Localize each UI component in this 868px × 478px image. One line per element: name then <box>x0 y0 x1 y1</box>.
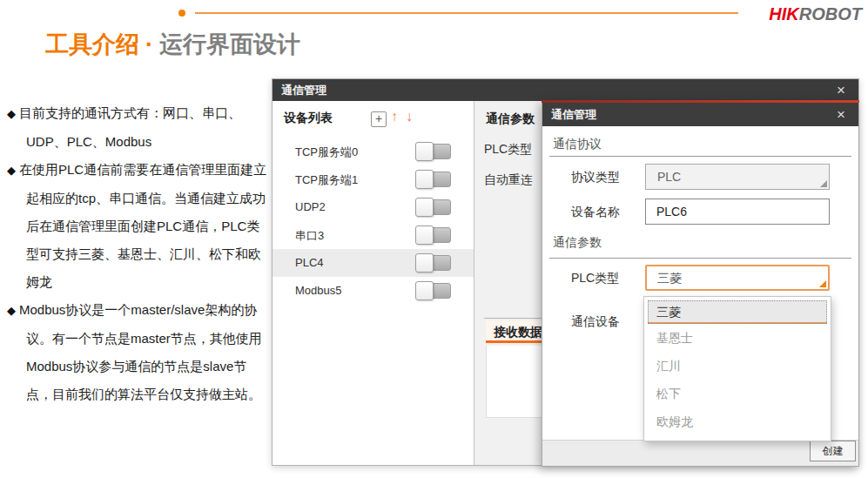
protocol-type-select[interactable]: PLC <box>645 164 830 190</box>
logo-hik-text: HIK <box>769 4 798 24</box>
toggle-knob <box>415 170 434 189</box>
create-button[interactable]: 创建 <box>810 441 856 461</box>
enable-toggle[interactable] <box>415 253 451 273</box>
note-item: ◆在使用PLC通信前需要在通信管理里面建立起相应的tcp、串口通信。当通信建立成… <box>7 156 268 296</box>
device-row-serial3[interactable]: 串口3 <box>273 221 474 249</box>
note-text: 目前支持的通讯方式有：网口、串口、UDP、PLC、Modbus <box>19 105 241 149</box>
receive-data-panel <box>486 346 548 418</box>
dropdown-corner-icon <box>819 280 826 287</box>
dropdown-option-mitsubishi[interactable]: 三菱 <box>648 300 827 324</box>
accent-dot-icon <box>178 10 185 17</box>
device-row-udp2[interactable]: UDP2 <box>273 193 474 221</box>
section-protocol: 通信协议 <box>553 137 602 152</box>
device-name: TCP服务端1 <box>295 172 358 188</box>
logo-robot-text: ROBOT <box>799 4 862 24</box>
toggle-knob <box>415 142 434 161</box>
device-name: Modbus5 <box>295 284 341 297</box>
auto-reconnect-label: 自动重连 <box>484 172 533 188</box>
enable-toggle[interactable] <box>415 198 451 217</box>
section-divider <box>549 156 851 157</box>
dialog1-title: 通信管理 <box>281 79 326 101</box>
dropdown-option-omron[interactable]: 欧姆龙 <box>644 407 831 435</box>
device-row-modbus5[interactable]: Modbus5 <box>273 277 474 305</box>
close-icon[interactable]: × <box>837 103 845 126</box>
plc-type-dropdown-list: 三菱 基恩士 汇川 松下 欧姆龙 <box>643 296 831 441</box>
device-row-tcp0[interactable]: TCP服务端0 <box>273 138 474 165</box>
dropdown-option-inovance[interactable]: 汇川 <box>644 352 831 380</box>
dialog2-titlebar[interactable]: 通信管理 × <box>542 103 858 126</box>
create-communication-dialog: 通信管理 × 通信协议 协议类型 PLC 设备名称 通信参数 PLC类型 三菱 … <box>542 100 859 467</box>
device-list-header: 设备列表 <box>284 111 333 126</box>
page-title-separator: · <box>145 31 153 57</box>
section-params: 通信参数 <box>553 235 602 251</box>
note-text: 在使用PLC通信前需要在通信管理里面建立起相应的tcp、串口通信。当通信建立成功… <box>19 162 266 289</box>
page-title-rest: 运行界面设计 <box>159 31 300 57</box>
plc-type-label: PLC类型 <box>484 142 532 158</box>
enable-toggle[interactable] <box>415 281 451 300</box>
device-name-label: 设备名称 <box>571 205 620 220</box>
note-text: Modbus协议是一个master/slave架构的协议。有一个节点是maste… <box>19 302 262 401</box>
device-list-panel: 设备列表 + ↑ ↓ TCP服务端0 TCP服务端1 UDP2 串口3 <box>273 101 474 465</box>
device-name: UDP2 <box>295 200 326 213</box>
diamond-bullet-icon: ◆ <box>7 304 16 317</box>
enable-toggle[interactable] <box>415 226 451 245</box>
protocol-type-label: 协议类型 <box>571 170 620 185</box>
dropdown-corner-icon <box>820 180 827 187</box>
feature-notes: ◆目前支持的通讯方式有：网口、串口、UDP、PLC、Modbus ◆在使用PLC… <box>7 99 268 408</box>
accent-divider-line <box>195 12 738 14</box>
enable-toggle[interactable] <box>415 142 451 161</box>
device-name: 串口3 <box>295 228 324 244</box>
dialog1-titlebar[interactable]: 通信管理 × <box>273 79 858 101</box>
enable-toggle[interactable] <box>415 170 451 189</box>
device-name: TCP服务端0 <box>295 145 358 160</box>
device-name: PLC4 <box>295 256 324 269</box>
diamond-bullet-icon: ◆ <box>7 164 16 177</box>
dropdown-option-keyence[interactable]: 基恩士 <box>644 324 831 352</box>
params-panel-header: 通信参数 <box>486 111 535 127</box>
device-rows: TCP服务端0 TCP服务端1 UDP2 串口3 PLC4 <box>273 138 474 305</box>
page-title-highlight: 工具介绍 <box>45 31 139 57</box>
plc-type-select[interactable]: 三菱 <box>645 265 830 291</box>
note-item: ◆Modbus协议是一个master/slave架构的协议。有一个节点是mast… <box>7 296 268 408</box>
diamond-bullet-icon: ◆ <box>7 107 16 120</box>
tab-receive-data[interactable]: 接收数据 <box>486 320 547 343</box>
device-row-tcp1[interactable]: TCP服务端1 <box>273 165 474 193</box>
dialog2-footer: 创建 <box>542 440 858 466</box>
toggle-knob <box>415 281 434 300</box>
plc-type-value: 三菱 <box>657 271 682 285</box>
section-divider <box>549 258 851 259</box>
dropdown-option-panasonic[interactable]: 松下 <box>644 380 831 407</box>
device-name-input[interactable] <box>645 199 830 225</box>
hikrobot-logo: HIKROBOT <box>740 4 862 24</box>
dialog2-title: 通信管理 <box>551 103 596 126</box>
add-device-button[interactable]: + <box>371 111 387 127</box>
move-down-icon[interactable]: ↓ <box>406 109 413 125</box>
toggle-knob <box>415 198 434 217</box>
toggle-knob <box>415 253 434 273</box>
note-item: ◆目前支持的通讯方式有：网口、串口、UDP、PLC、Modbus <box>7 99 268 156</box>
protocol-type-value: PLC <box>657 170 681 184</box>
page-title: 工具介绍·运行界面设计 <box>45 29 300 60</box>
plc-type-label: PLC类型 <box>571 271 619 286</box>
move-up-icon[interactable]: ↑ <box>391 109 398 125</box>
toggle-knob <box>415 226 434 245</box>
slide: HIKROBOT 工具介绍·运行界面设计 ◆目前支持的通讯方式有：网口、串口、U… <box>0 0 868 478</box>
close-icon[interactable]: × <box>837 79 845 101</box>
comm-device-label: 通信设备 <box>571 314 620 330</box>
device-row-plc4[interactable]: PLC4 <box>273 249 474 277</box>
